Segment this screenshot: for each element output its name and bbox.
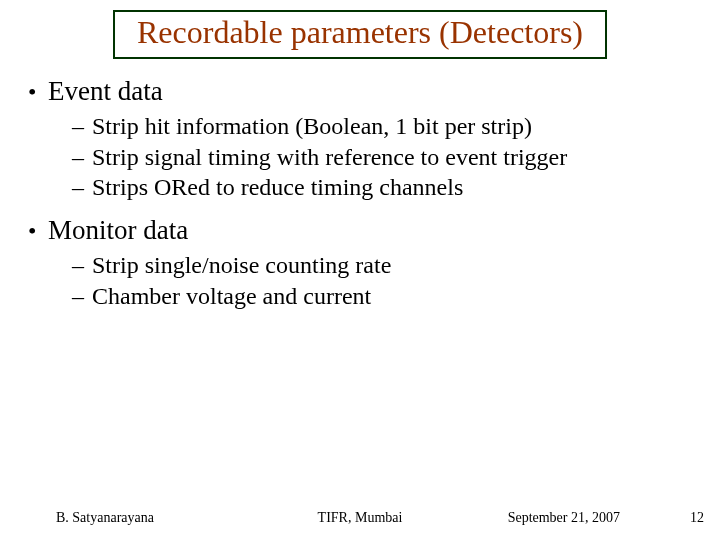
sub-bullet: Strip signal timing with reference to ev… (48, 142, 696, 173)
bullet-label: Monitor data (48, 215, 188, 245)
sub-bullet: Strip hit information (Boolean, 1 bit pe… (48, 111, 696, 142)
sub-bullet: Strip single/noise counting rate (48, 250, 696, 281)
bullet-label: Event data (48, 76, 163, 106)
sub-bullet: Chamber voltage and current (48, 281, 696, 312)
slide-title: Recordable parameters (Detectors) (137, 14, 583, 50)
sub-bullet: Strips ORed to reduce timing channels (48, 172, 696, 203)
footer-date: September 21, 2007 (508, 510, 620, 526)
footer-page-number: 12 (690, 510, 704, 526)
slide-content: Event data Strip hit information (Boolea… (24, 76, 696, 324)
bullet-monitor-data: Monitor data Strip single/noise counting… (24, 215, 696, 311)
title-box: Recordable parameters (Detectors) (113, 10, 607, 59)
footer-author: B. Satyanarayana (56, 510, 154, 526)
bullet-event-data: Event data Strip hit information (Boolea… (24, 76, 696, 203)
slide: Recordable parameters (Detectors) Event … (0, 0, 720, 540)
footer-org: TIFR, Mumbai (318, 510, 403, 526)
